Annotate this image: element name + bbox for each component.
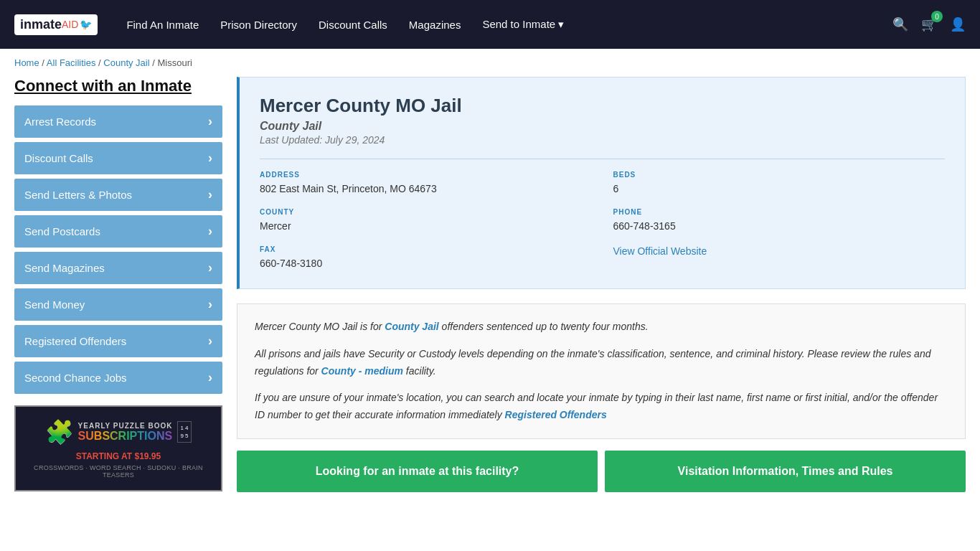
main-layout: Connect with an Inmate Arrest Records › … bbox=[0, 77, 980, 521]
navbar-icons: 🔍 🛒 0 👤 bbox=[892, 17, 966, 32]
nav-item-send-to-inmate[interactable]: Send to Inmate ▾ bbox=[482, 18, 564, 31]
chevron-right-icon: › bbox=[208, 224, 212, 239]
sidebar-label-second-chance-jobs: Second Chance Jobs bbox=[24, 372, 127, 384]
sidebar-item-send-postcards[interactable]: Send Postcards › bbox=[14, 215, 222, 248]
nav-menu: Find An Inmate Prison Directory Discount… bbox=[126, 18, 892, 31]
visitation-info-button[interactable]: Visitation Information, Times and Rules bbox=[605, 451, 966, 492]
facility-details: ADDRESS 802 East Main St, Princeton, MO … bbox=[260, 159, 945, 271]
desc-para1-prefix: Mercer County MO Jail is for bbox=[255, 321, 385, 332]
nav-link-send-to-inmate[interactable]: Send to Inmate ▾ bbox=[482, 18, 564, 31]
ad-types: CROSSWORDS · WORD SEARCH · SUDOKU · BRAI… bbox=[24, 464, 212, 479]
sidebar-label-send-magazines: Send Magazines bbox=[24, 262, 105, 274]
fax-block: FAX 660-748-3180 bbox=[260, 245, 592, 271]
desc-para3: If you are unsure of your inmate's locat… bbox=[255, 390, 948, 424]
sidebar-item-arrest-records[interactable]: Arrest Records › bbox=[14, 105, 222, 138]
breadcrumb-state: Missouri bbox=[157, 57, 192, 68]
phone-value: 660-748-3165 bbox=[613, 219, 946, 234]
breadcrumb-home[interactable]: Home bbox=[14, 57, 39, 68]
ad-subscriptions: SUBSCRIPTIONS bbox=[78, 430, 173, 443]
beds-label: BEDS bbox=[613, 171, 946, 179]
sidebar-label-send-money: Send Money bbox=[24, 298, 85, 311]
county-jail-link[interactable]: County Jail bbox=[385, 321, 438, 332]
facility-updated: Last Updated: July 29, 2024 bbox=[260, 134, 945, 146]
beds-block: BEDS 6 bbox=[613, 171, 946, 197]
county-block: COUNTY Mercer bbox=[260, 208, 592, 234]
chevron-right-icon: › bbox=[208, 260, 212, 276]
desc-para2-suffix: facility. bbox=[403, 365, 436, 377]
chevron-right-icon: › bbox=[208, 334, 212, 349]
breadcrumb-all-facilities[interactable]: All Facilities bbox=[47, 57, 96, 68]
ad-price: STARTING AT $19.95 bbox=[76, 451, 161, 461]
chevron-right-icon: › bbox=[208, 151, 212, 166]
sidebar-item-discount-calls[interactable]: Discount Calls › bbox=[14, 142, 222, 174]
sidebar-label-send-letters: Send Letters & Photos bbox=[24, 189, 132, 201]
sidebar-label-arrest-records: Arrest Records bbox=[24, 116, 96, 128]
sidebar-label-registered-offenders: Registered Offenders bbox=[24, 335, 126, 347]
breadcrumb-county-jail[interactable]: County Jail bbox=[103, 57, 149, 68]
facility-card: Mercer County MO Jail County Jail Last U… bbox=[237, 77, 966, 289]
address-block: ADDRESS 802 East Main St, Princeton, MO … bbox=[260, 171, 592, 197]
chevron-right-icon: › bbox=[208, 187, 212, 202]
logo-text: inmate bbox=[20, 17, 62, 32]
nav-link-magazines[interactable]: Magazines bbox=[409, 19, 461, 31]
nav-item-magazines[interactable]: Magazines bbox=[409, 19, 461, 31]
phone-label: PHONE bbox=[613, 208, 946, 216]
user-icon[interactable]: 👤 bbox=[950, 17, 966, 32]
view-official-website-link[interactable]: View Official Website bbox=[613, 245, 707, 257]
looking-for-inmate-button[interactable]: Looking for an inmate at this facility? bbox=[237, 451, 598, 492]
logo-aid: AID bbox=[62, 19, 78, 30]
website-block: View Official Website bbox=[613, 245, 946, 271]
sidebar-ad[interactable]: 🧩 YEARLY PUZZLE BOOK SUBSCRIPTIONS 14 95… bbox=[14, 405, 222, 491]
desc-para1-suffix: offenders sentenced up to twenty four mo… bbox=[439, 321, 649, 332]
sidebar-item-send-letters[interactable]: Send Letters & Photos › bbox=[14, 179, 222, 211]
cart-badge: 0 bbox=[931, 11, 943, 22]
county-label: COUNTY bbox=[260, 208, 592, 216]
sidebar-title: Connect with an Inmate bbox=[14, 77, 222, 95]
breadcrumb: Home / All Facilities / County Jail / Mi… bbox=[0, 49, 980, 77]
description-block: Mercer County MO Jail is for County Jail… bbox=[237, 303, 966, 439]
sidebar: Connect with an Inmate Arrest Records › … bbox=[14, 77, 222, 492]
chevron-right-icon: › bbox=[208, 297, 212, 312]
chevron-right-icon: › bbox=[208, 114, 212, 129]
phone-block: PHONE 660-748-3165 bbox=[613, 208, 946, 234]
cart-icon[interactable]: 🛒 0 bbox=[921, 17, 937, 32]
sidebar-menu: Arrest Records › Discount Calls › Send L… bbox=[14, 105, 222, 394]
chevron-right-icon: › bbox=[208, 370, 212, 385]
cta-buttons: Looking for an inmate at this facility? … bbox=[237, 451, 966, 492]
address-value: 802 East Main St, Princeton, MO 64673 bbox=[260, 182, 592, 197]
facility-type: County Jail bbox=[260, 120, 945, 133]
beds-value: 6 bbox=[613, 182, 946, 197]
sidebar-item-registered-offenders[interactable]: Registered Offenders › bbox=[14, 325, 222, 357]
sidebar-label-discount-calls: Discount Calls bbox=[24, 152, 93, 164]
search-icon[interactable]: 🔍 bbox=[892, 17, 908, 32]
sidebar-item-second-chance-jobs[interactable]: Second Chance Jobs › bbox=[14, 362, 222, 394]
nav-link-discount-calls[interactable]: Discount Calls bbox=[319, 19, 387, 31]
sidebar-item-send-money[interactable]: Send Money › bbox=[14, 288, 222, 321]
nav-item-discount-calls[interactable]: Discount Calls bbox=[319, 19, 387, 31]
county-medium-text: County - medium bbox=[321, 365, 403, 377]
navbar: inmate AID 🐦 Find An Inmate Prison Direc… bbox=[0, 0, 980, 49]
registered-offenders-link[interactable]: Registered Offenders bbox=[505, 409, 607, 420]
nav-item-prison-directory[interactable]: Prison Directory bbox=[220, 19, 297, 31]
address-label: ADDRESS bbox=[260, 171, 592, 179]
puzzle-icon: 🧩 bbox=[45, 418, 74, 446]
fax-label: FAX bbox=[260, 245, 592, 253]
desc-para2: All prisons and jails have Security or C… bbox=[255, 346, 948, 380]
sidebar-item-send-magazines[interactable]: Send Magazines › bbox=[14, 252, 222, 284]
content-area: Mercer County MO Jail County Jail Last U… bbox=[237, 77, 966, 492]
county-value: Mercer bbox=[260, 219, 592, 234]
nav-link-find-inmate[interactable]: Find An Inmate bbox=[126, 19, 199, 31]
facility-name: Mercer County MO Jail bbox=[260, 95, 945, 117]
fax-value: 660-748-3180 bbox=[260, 256, 592, 271]
sidebar-label-send-postcards: Send Postcards bbox=[24, 225, 100, 237]
nav-item-find-inmate[interactable]: Find An Inmate bbox=[126, 19, 199, 31]
nav-link-prison-directory[interactable]: Prison Directory bbox=[220, 19, 297, 31]
ad-line1: YEARLY PUZZLE BOOK bbox=[78, 422, 173, 430]
logo[interactable]: inmate AID 🐦 bbox=[14, 14, 98, 35]
logo-bird-icon: 🐦 bbox=[80, 19, 92, 30]
desc-para1: Mercer County MO Jail is for County Jail… bbox=[255, 319, 948, 336]
ad-puzzle-grid-icon: 14 95 bbox=[177, 421, 192, 443]
